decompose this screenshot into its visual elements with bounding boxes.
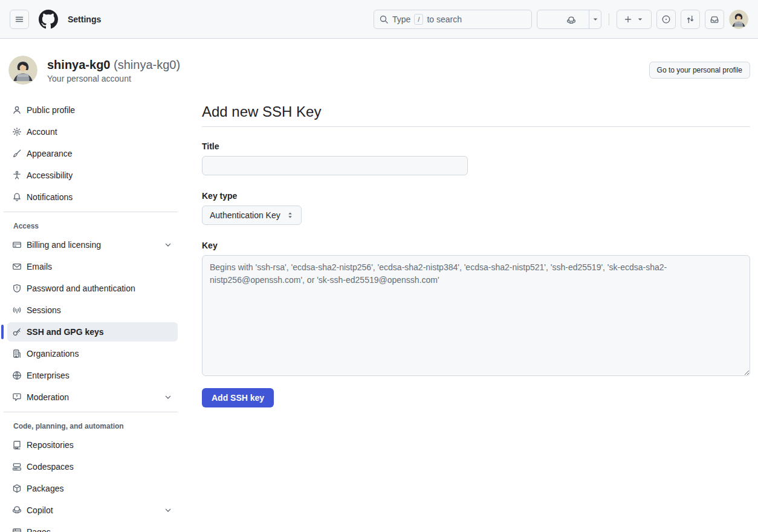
sidebar-item-emails[interactable]: Emails	[7, 257, 178, 276]
key-type-select[interactable]: Authentication Key	[202, 206, 302, 225]
settings-sidebar: Public profileAccountAppearanceAccessibi…	[7, 100, 178, 532]
sidebar-item-label: Packages	[27, 484, 173, 493]
plus-icon	[623, 15, 633, 24]
sidebar-item-label: Accessibility	[27, 170, 173, 180]
copilot-split-button	[537, 10, 601, 29]
github-logo[interactable]	[39, 10, 58, 29]
ssh-key-form: Title Key type Authentication Key Key Ad…	[202, 141, 750, 407]
sidebar-item-pages[interactable]: Pages	[7, 522, 178, 532]
globe-icon	[12, 371, 22, 380]
page-title: Add new SSH Key	[202, 103, 750, 127]
sidebar-item-repositories[interactable]: Repositories	[7, 435, 178, 455]
credit-card-icon	[12, 240, 22, 250]
shield-icon	[12, 284, 22, 293]
person-icon	[12, 105, 22, 115]
sidebar-item-enterprises[interactable]: Enterprises	[7, 366, 178, 385]
sidebar-item-ssh-and-gpg-keys[interactable]: SSH and GPG keys	[7, 322, 178, 342]
key-type-selected-value: Authentication Key	[210, 210, 280, 220]
sidebar-section-header: Code, planning, and automation	[13, 422, 178, 430]
key-textarea[interactable]	[202, 255, 750, 376]
sidebar-item-label: Billing and licensing	[27, 240, 158, 250]
slash-key-hint: /	[414, 14, 423, 25]
user-avatar-button[interactable]	[729, 10, 748, 29]
profile-avatar[interactable]	[8, 56, 37, 85]
profile-name: shinya-kg0	[47, 58, 110, 71]
sidebar-item-label: Notifications	[27, 192, 173, 202]
search-input[interactable]: Type / to search	[374, 10, 532, 29]
hamburger-icon	[15, 15, 24, 24]
issue-opened-icon	[661, 15, 671, 24]
header-divider	[609, 13, 609, 25]
chevron-down-icon	[163, 505, 173, 515]
mail-icon	[12, 262, 22, 271]
key-field-label: Key	[202, 241, 750, 250]
add-ssh-key-button[interactable]: Add SSH key	[202, 388, 274, 407]
sidebar-item-account[interactable]: Account	[7, 122, 178, 141]
bell-icon	[12, 192, 22, 202]
chevron-down-icon	[163, 240, 173, 250]
sidebar-item-label: Copilot	[27, 505, 158, 515]
issues-button[interactable]	[656, 10, 676, 29]
copilot-menu-button[interactable]	[589, 10, 601, 28]
sidebar-item-label: Moderation	[27, 392, 158, 402]
key-icon	[12, 327, 22, 337]
hamburger-menu-button[interactable]	[10, 10, 29, 29]
main-content: Add new SSH Key Title Key type Authentic…	[202, 103, 750, 532]
sidebar-item-notifications[interactable]: Notifications	[7, 187, 178, 207]
browser-icon	[12, 527, 22, 532]
copilot-icon	[566, 16, 576, 25]
sidebar-section-header: Access	[13, 222, 178, 230]
accessibility-icon	[12, 170, 22, 180]
inbox-button[interactable]	[705, 10, 724, 29]
sidebar-item-label: Enterprises	[27, 371, 173, 380]
profile-header: shinya-kg0 (shinya-kg0) Your personal ac…	[8, 56, 750, 85]
sidebar-item-label: Password and authentication	[27, 284, 173, 293]
app-header: Settings Type / to search	[0, 0, 758, 39]
sidebar-section-divider	[4, 412, 178, 412]
comment-alert-icon	[12, 392, 22, 402]
profile-subtitle: Your personal account	[47, 74, 180, 83]
caret-down-icon	[591, 15, 600, 24]
selected-accent-bar	[1, 325, 4, 339]
title-input[interactable]	[202, 156, 468, 175]
copilot-button[interactable]	[562, 13, 581, 28]
pull-requests-button[interactable]	[681, 10, 700, 29]
search-placeholder-prefix: Type	[392, 15, 410, 24]
copilot-icon	[12, 505, 22, 515]
sidebar-item-appearance[interactable]: Appearance	[7, 144, 178, 163]
sidebar-item-public-profile[interactable]: Public profile	[7, 100, 178, 120]
sidebar-item-packages[interactable]: Packages	[7, 479, 178, 498]
codespaces-icon	[12, 462, 22, 472]
sidebar-item-moderation[interactable]: Moderation	[7, 388, 178, 407]
go-to-profile-button[interactable]: Go to your personal profile	[649, 62, 750, 79]
pull-request-arrows-icon	[685, 15, 695, 24]
sidebar-item-label: Repositories	[27, 440, 173, 450]
sidebar-item-label: Organizations	[27, 349, 173, 358]
package-icon	[12, 484, 22, 493]
sidebar-item-label: Pages	[27, 527, 173, 532]
caret-down-icon	[635, 15, 645, 24]
chevron-down-icon	[163, 392, 173, 402]
sidebar-item-label: Public profile	[27, 105, 173, 115]
sidebar-item-label: Appearance	[27, 149, 173, 158]
sidebar-item-label: Sessions	[27, 305, 173, 315]
sidebar-item-password-and-authentication[interactable]: Password and authentication	[7, 279, 178, 298]
organization-icon	[12, 349, 22, 358]
create-new-button[interactable]	[617, 10, 652, 29]
sidebar-item-billing-and-licensing[interactable]: Billing and licensing	[7, 235, 178, 255]
sidebar-item-copilot[interactable]: Copilot	[7, 501, 178, 520]
profile-login: (shinya-kg0)	[114, 58, 180, 71]
sidebar-item-label: Codespaces	[27, 462, 173, 472]
search-icon	[379, 15, 389, 24]
gear-icon	[12, 127, 22, 137]
title-field-label: Title	[202, 141, 750, 151]
sidebar-item-codespaces[interactable]: Codespaces	[7, 457, 178, 476]
sidebar-item-accessibility[interactable]: Accessibility	[7, 166, 178, 185]
search-placeholder-suffix: to search	[427, 15, 462, 24]
sidebar-item-organizations[interactable]: Organizations	[7, 344, 178, 363]
paintbrush-icon	[12, 149, 22, 158]
inbox-icon	[710, 15, 719, 24]
sidebar-section-divider	[4, 212, 178, 212]
header-title: Settings	[68, 15, 101, 24]
sidebar-item-sessions[interactable]: Sessions	[7, 300, 178, 320]
